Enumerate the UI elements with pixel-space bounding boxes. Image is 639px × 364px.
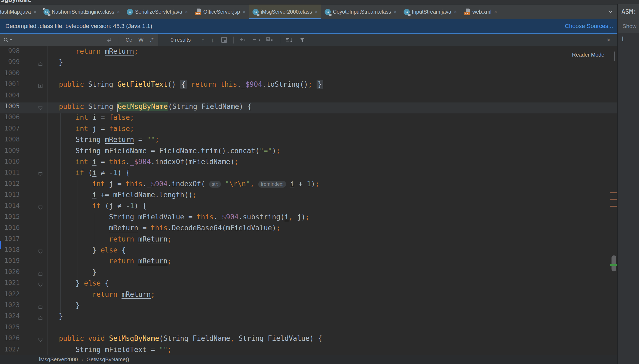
code-line[interactable]: } [42, 268, 323, 279]
select-all-occurrences-icon[interactable] [221, 37, 227, 43]
tab-hashmap-java[interactable]: HashMap.java× [0, 5, 40, 19]
breadcrumb-class[interactable]: iMsgServer2000 [39, 357, 78, 363]
code-line[interactable]: if (i ≠ -1) { [42, 169, 323, 180]
code-line[interactable] [42, 323, 323, 334]
code-line[interactable]: } else { [42, 279, 323, 290]
tab-close-icon[interactable]: × [117, 9, 120, 15]
tab-close-icon[interactable]: × [315, 9, 318, 15]
line-number[interactable]: 1020 [0, 268, 20, 279]
code-line[interactable]: return mReturn; [42, 235, 323, 246]
line-number[interactable]: 1015 [0, 213, 20, 224]
code-line[interactable]: String mFieldName = FieldName.trim().con… [42, 147, 323, 158]
code-area[interactable]: return mReturn; } public String GetField… [42, 47, 323, 355]
tab-close-icon[interactable]: × [34, 9, 37, 15]
select-occurrences-checkbox-icon[interactable] [266, 37, 274, 43]
regex-toggle[interactable]: .* [150, 37, 153, 43]
code-line[interactable] [42, 92, 323, 102]
breadcrumb-method[interactable]: GetMsgByName() [86, 357, 129, 363]
line-number[interactable]: 1013 [0, 191, 20, 202]
line-number[interactable]: 1014 [0, 202, 20, 213]
error-stripe-warning-mark[interactable] [610, 199, 617, 200]
search-input-area[interactable]: Cc W .* [0, 34, 158, 46]
line-number[interactable]: 1010 [0, 158, 20, 169]
line-number[interactable]: 1011 [0, 169, 20, 180]
line-number[interactable]: 1022 [0, 290, 20, 301]
code-line[interactable]: public String GetFieldText() { return th… [42, 80, 323, 91]
tab-inputstream-java[interactable]: CInputStream.java× [400, 5, 460, 19]
code-line[interactable]: } [42, 58, 323, 69]
tab-imsgserver2000-class[interactable]: CiMsgServer2000.class× [249, 5, 321, 19]
tab-web-xml[interactable]: <>web.xml× [460, 5, 501, 19]
code-line[interactable]: String mFieldValue = this._$904.substrin… [42, 213, 323, 224]
tab-close-icon[interactable]: × [185, 9, 188, 15]
code-line[interactable]: String mFieldText = ""; [42, 346, 323, 355]
code-line[interactable]: } [42, 301, 323, 312]
line-number[interactable]: 1026 [0, 334, 20, 345]
search-icon[interactable] [3, 37, 12, 43]
search-history-chevron-icon[interactable] [10, 39, 12, 41]
scrollbar-thumb[interactable] [612, 255, 616, 271]
line-number[interactable]: 1023 [0, 301, 20, 312]
tab-close-icon[interactable]: × [394, 9, 397, 15]
code-line[interactable]: int j = this._$904.indexOf( str: "\r\n",… [42, 180, 323, 191]
choose-sources-link[interactable]: Choose Sources... [565, 23, 613, 30]
code-line[interactable] [42, 69, 323, 80]
line-number[interactable]: 1009 [0, 147, 20, 158]
find-in-selection-icon[interactable] [286, 37, 293, 43]
tab-officeserver-jsp[interactable]: JSPOfficeServer.jsp× [191, 5, 249, 19]
words-toggle[interactable]: W [139, 37, 144, 43]
code-line[interactable]: int i = this._$904.indexOf(mFieldName); [42, 158, 323, 169]
tab-coyoteinputstream-class[interactable]: CCoyoteInputStream.class× [321, 5, 400, 19]
tab-close-icon[interactable]: × [454, 9, 457, 15]
line-number[interactable]: 1027 [0, 346, 20, 355]
code-line[interactable]: } else { [42, 246, 323, 257]
tab-nashornscriptengine-class[interactable]: CNashornScriptEngine.class× [40, 5, 123, 19]
code-line[interactable]: i += mFieldName.length(); [42, 191, 323, 202]
tab-serializeservlet-java[interactable]: CSerializeServlet.java× [123, 5, 191, 19]
line-number[interactable]: 999 [0, 58, 20, 69]
code-line[interactable]: public void SetMsgByName(String FieldNam… [42, 334, 323, 345]
filter-icon[interactable] [299, 37, 305, 43]
previous-occurrence-icon[interactable]: ↑ [202, 36, 205, 44]
line-number[interactable]: 1000 [0, 69, 20, 80]
reader-mode-toggle[interactable]: Reader Mode [572, 52, 610, 58]
code-line[interactable]: return mReturn; [42, 47, 323, 58]
close-search-icon[interactable]: × [607, 36, 610, 44]
error-stripe-warning-mark[interactable] [610, 206, 617, 207]
code-line[interactable]: String mReturn = ""; [42, 136, 323, 147]
code-line[interactable]: if (j ≠ -1) { [42, 202, 323, 213]
code-line[interactable]: int j = false; [42, 125, 323, 136]
code-line[interactable]: } [42, 312, 323, 323]
line-number[interactable]: 1004 [0, 92, 20, 102]
code-line[interactable]: public String GetMsgByName(String FieldN… [42, 102, 323, 113]
code-line[interactable]: int i = false; [42, 113, 323, 124]
line-number[interactable]: 1024 [0, 312, 20, 323]
match-case-toggle[interactable]: Cc [125, 37, 132, 43]
line-number[interactable]: 1012 [0, 180, 20, 191]
tab-overflow-chevron-icon[interactable] [607, 8, 614, 16]
error-stripe-warning-mark[interactable] [610, 192, 617, 193]
line-number[interactable]: 1006 [0, 113, 20, 124]
add-occurrence-icon[interactable] [239, 37, 247, 43]
line-number[interactable]: 1018 [0, 246, 20, 257]
line-number[interactable]: 1016 [0, 224, 20, 235]
line-number[interactable]: 1001 [0, 80, 20, 91]
line-number[interactable]: 1017 [0, 235, 20, 246]
newline-icon[interactable] [106, 37, 112, 43]
scrollbar-thumb-fragment[interactable] [614, 52, 615, 61]
line-number[interactable]: 1025 [0, 323, 20, 334]
line-number[interactable]: 1019 [0, 257, 20, 268]
tab-close-icon[interactable]: × [494, 9, 497, 15]
next-occurrence-icon[interactable]: ↓ [211, 36, 214, 44]
code-editor[interactable]: 9989991000100110041005100610071008100910… [0, 46, 617, 355]
line-number[interactable]: 1021 [0, 279, 20, 290]
code-line[interactable]: return mReturn; [42, 290, 323, 301]
code-line[interactable]: mReturn = this.DecodeBase64(mFieldValue)… [42, 224, 323, 235]
code-line[interactable]: return mReturn; [42, 257, 323, 268]
asm-panel-editor[interactable]: 1 [618, 33, 639, 364]
line-number[interactable]: 1007 [0, 125, 20, 136]
line-number-gutter[interactable]: 9989991000100110041005100610071008100910… [0, 47, 20, 355]
line-number[interactable]: 1005 [0, 102, 20, 113]
line-number[interactable]: 1008 [0, 136, 20, 147]
line-number[interactable]: 998 [0, 47, 20, 58]
